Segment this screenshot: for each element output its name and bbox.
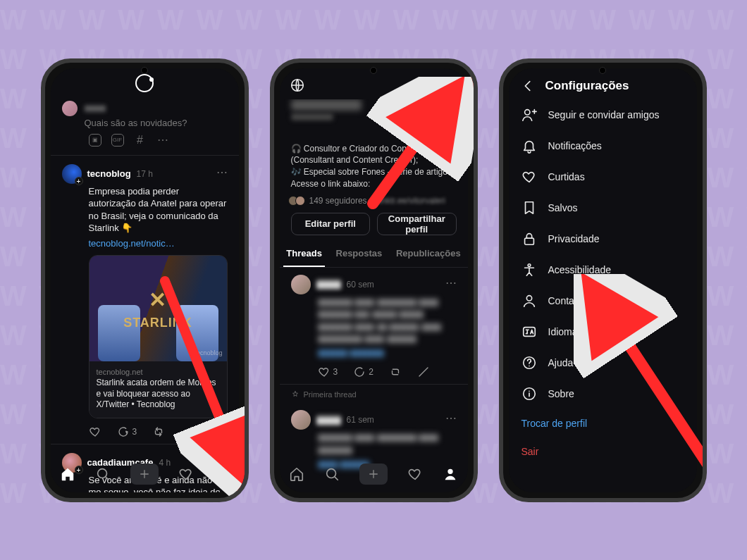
settings-label: Conta [548, 295, 574, 306]
comment-button[interactable]: 2 [353, 366, 374, 378]
settings-row-help[interactable]: Ajuda [509, 347, 697, 378]
svg-point-9 [524, 109, 529, 114]
first-thread-label: Primeira thread [304, 390, 357, 399]
phone-profile: 🎧 Consultor e Criador do Conteúdo (Consu… [270, 58, 478, 502]
threads-logo-icon [135, 74, 154, 92]
follow-icon [521, 107, 537, 123]
settings-label: Idioma [548, 326, 578, 337]
post-menu-icon[interactable]: ⋯ [445, 276, 458, 290]
edit-profile-button[interactable]: Editar perfil [291, 213, 371, 235]
post-menu-icon[interactable]: ⋯ [445, 411, 458, 425]
avatar-tecnoblog[interactable]: + [62, 164, 82, 184]
settings-row-info[interactable]: Sobre [509, 378, 697, 409]
nav-home-icon[interactable] [60, 466, 75, 482]
share-button[interactable] [180, 425, 193, 438]
settings-title: Configurações [545, 79, 629, 93]
svg-point-1 [218, 468, 223, 473]
image-icon[interactable]: ▣ [89, 134, 101, 147]
settings-label: Salvos [548, 202, 578, 213]
hashtag-icon[interactable]: # [134, 134, 147, 147]
settings-row-follow[interactable]: Seguir e convidar amigos [509, 99, 697, 130]
settings-label: Ajuda [548, 357, 574, 368]
settings-row-lang[interactable]: Idioma [509, 316, 697, 347]
profile-tabs: Threads Respostas Republicações [280, 241, 468, 268]
post-text-blurred: ▮▮▮▮▮▮▮ ▮▮▮▮ ▮▮▮▮▮▮▮▮ ▮▮▮▮ ▮▮▮▮▮▮▮ [318, 431, 457, 456]
settings-row-user[interactable]: Conta [509, 285, 697, 316]
svg-rect-13 [523, 327, 535, 336]
settings-label: Sobre [548, 388, 574, 399]
post-text: Empresa podia perder autorização da Anat… [89, 185, 228, 235]
post-tecnoblog[interactable]: ⋯ + tecnoblog 17 h Empresa podia perder … [51, 157, 239, 442]
post-username[interactable]: tecnoblog [87, 168, 131, 179]
nav-profile-icon[interactable] [443, 466, 458, 482]
phone-feed: ▮▮▮▮▮ Quais são as novidades? ▣ GIF # ⋯ … [41, 58, 249, 502]
bottom-nav [280, 456, 468, 492]
nav-profile-icon[interactable] [214, 466, 229, 482]
svg-rect-10 [524, 238, 533, 244]
share-button[interactable] [417, 366, 430, 378]
post-link[interactable]: tecnoblog.net/notic… [89, 237, 228, 250]
bottom-nav [51, 456, 239, 492]
settings-label: Curtidas [548, 171, 585, 182]
settings-row-heart[interactable]: Curtidas [509, 161, 697, 192]
nav-activity-icon[interactable] [407, 466, 423, 482]
like-button[interactable] [89, 425, 101, 438]
globe-icon[interactable] [290, 77, 305, 93]
svg-point-0 [98, 468, 107, 478]
my-avatar[interactable] [62, 101, 78, 116]
tab-replies[interactable]: Respostas [333, 241, 385, 267]
share-profile-button[interactable]: Compartilhar perfil [377, 213, 457, 235]
card-title: Starlink acata ordem de Moraes e vai blo… [97, 378, 220, 411]
composer-attach-icons: ▣ GIF # ⋯ [89, 134, 228, 147]
card-image-title: STARLINK [123, 286, 192, 332]
nav-home-icon[interactable] [289, 466, 304, 482]
card-domain: tecnoblog.net [97, 367, 220, 378]
link-card[interactable]: STARLINK tecnoblog tecnoblog.net Starlin… [89, 255, 228, 418]
menu-icon[interactable] [443, 77, 458, 93]
bookmark-icon [521, 200, 537, 216]
like-button[interactable]: 3 [318, 366, 338, 378]
profile-name-blurred [291, 99, 362, 111]
nav-search-icon[interactable] [324, 466, 340, 482]
svg-point-5 [419, 82, 424, 87]
nav-activity-icon[interactable] [178, 466, 194, 482]
svg-point-6 [424, 81, 426, 82]
more-icon[interactable]: ⋯ [156, 134, 169, 147]
composer-placeholder[interactable]: Quais são as novidades? [85, 118, 228, 128]
svg-point-11 [528, 263, 531, 266]
phone-settings: Configurações Seguir e convidar amigosNo… [499, 58, 707, 502]
avatar[interactable] [291, 410, 311, 430]
profile-avatar[interactable] [417, 99, 457, 139]
post-actions: 3 [89, 425, 228, 438]
tab-reposts[interactable]: Republicações [393, 241, 464, 267]
logout-link[interactable]: Sair [509, 437, 697, 466]
comment-button[interactable]: 3 [117, 425, 137, 438]
gif-icon[interactable]: GIF [111, 134, 124, 147]
repost-button[interactable] [152, 425, 165, 438]
switch-profile-link[interactable]: Trocar de perfil [509, 409, 697, 437]
post-text-blurred: ▮▮▮▮▮▮▮ ▮▮▮▮ ▮▮▮▮▮▮▮▮ ▮▮▮▮ ▮▮▮▮▮▮▮ ▮▮▮ ▮… [318, 296, 457, 345]
lang-icon [521, 324, 537, 340]
settings-row-access[interactable]: Acessibilidade [509, 254, 697, 285]
followers-count[interactable]: 149 seguidores [309, 196, 367, 206]
settings-label: Privacidade [548, 233, 600, 244]
post-menu-icon[interactable]: ⋯ [216, 166, 229, 179]
avatar[interactable] [291, 275, 311, 294]
settings-label: Seguir e convidar amigos [548, 109, 660, 120]
composer[interactable]: ▮▮▮▮▮ Quais são as novidades? ▣ GIF # ⋯ [51, 98, 239, 154]
settings-row-lock[interactable]: Privacidade [509, 223, 697, 254]
settings-row-bell[interactable]: Notificações [509, 130, 697, 161]
bio-link[interactable]: linktr.ee/vitorvaleri [378, 196, 445, 206]
profile-post-1[interactable]: ⋯ ▮▮▮▮▮ 60 sem ▮▮▮▮▮▮▮ ▮▮▮▮ ▮▮▮▮▮▮▮▮ ▮▮▮… [280, 268, 468, 383]
profile-handle-blurred [291, 113, 333, 120]
back-icon[interactable] [520, 78, 536, 94]
nav-search-icon[interactable] [95, 466, 111, 482]
repost-button[interactable] [389, 366, 402, 378]
nav-compose-button[interactable] [359, 463, 388, 485]
instagram-icon[interactable] [414, 77, 430, 93]
settings-label: Notificações [548, 140, 602, 151]
settings-row-bookmark[interactable]: Salvos [509, 192, 697, 223]
bio-line2: 🎶 Especial sobre Fones - Série de artigo… [291, 166, 457, 190]
tab-threads[interactable]: Threads [283, 241, 325, 267]
nav-compose-button[interactable] [130, 463, 159, 485]
